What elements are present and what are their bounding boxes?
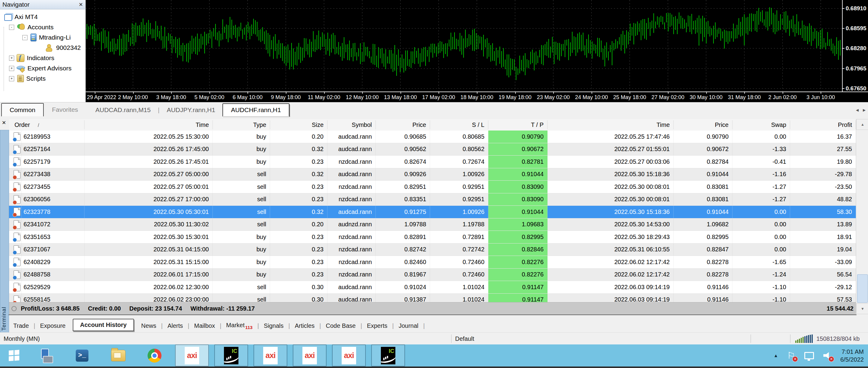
expand-expander-icon[interactable]: + <box>9 56 14 61</box>
chart-tab-audjpy-rann-h1[interactable]: AUDJPY.rann,H1 <box>159 106 222 114</box>
close-icon[interactable]: ✕ <box>2 120 6 126</box>
table-row-order-62273438[interactable]: 622734382022.05.27 05:00:00sell0.32audca… <box>9 168 856 181</box>
expand-expander-icon[interactable]: + <box>9 76 14 81</box>
terminal-tab-market[interactable]: Market113 <box>221 322 257 330</box>
column-header-size[interactable]: Size <box>270 120 328 129</box>
scroll-right-icon[interactable]: ▸ <box>863 107 866 113</box>
ic-logo-icon: IC <box>381 347 395 364</box>
navigator-tab-favorites[interactable]: Favorites <box>44 103 86 116</box>
column-header-time2[interactable]: Time <box>548 120 674 129</box>
scrollbar-thumb[interactable] <box>857 274 868 303</box>
taskbar-app-axi-5[interactable]: axi <box>332 344 366 367</box>
navigator-tab-common[interactable]: Common <box>1 103 44 116</box>
terminal-tab-exposure[interactable]: Exposure <box>35 322 71 329</box>
cell-icon <box>9 131 22 143</box>
taskbar-app-axi-1[interactable]: axi <box>175 344 209 367</box>
cell-profit: 27.55 <box>790 143 856 155</box>
scrollbar-down-icon[interactable]: ▼ <box>856 303 868 314</box>
volume-muted-icon[interactable]: ✕ <box>822 350 832 361</box>
table-row-order-62529529[interactable]: 625295292022.06.02 12:30:00sell0.30audca… <box>9 281 856 294</box>
cell-close-time: 2022.05.31 06:10:55 <box>548 244 674 256</box>
column-header-symbol[interactable]: Symbol <box>328 120 376 129</box>
taskbar-app-axi-4[interactable]: axi <box>293 344 327 367</box>
table-row-order-62341072[interactable]: 623410722022.05.30 11:30:02sell0.20audnz… <box>9 219 856 231</box>
network-icon[interactable] <box>804 350 814 361</box>
taskbar-item-file-explorer[interactable] <box>100 344 136 367</box>
column-header-sl[interactable]: S / L <box>430 120 488 129</box>
terminal-tab-trade[interactable]: Trade <box>8 322 34 329</box>
cell-open-time: 2022.05.31 15:15:00 <box>85 256 213 268</box>
terminal-tab-articles[interactable]: Articles <box>290 322 320 329</box>
cell-stop-loss: 1.19788 <box>430 219 488 231</box>
table-row-order-62189953[interactable]: 621899532022.05.25 15:30:00buy0.20audcad… <box>9 131 856 143</box>
column-header-type[interactable]: Type <box>213 120 270 129</box>
navigator-item-scripts[interactable]: +Scripts <box>0 74 85 84</box>
taskbar-item-chrome[interactable] <box>136 344 173 367</box>
terminal-tab-experts[interactable]: Experts <box>362 322 392 329</box>
column-header-order[interactable]: Order/ <box>9 120 85 129</box>
scroll-left-icon[interactable]: ◂ <box>856 107 859 113</box>
taskbar-clock[interactable]: 7:01 AM 6/5/2022 <box>840 348 864 364</box>
chart-tab-audchf-rann-h1[interactable]: AUDCHF.rann,H1 <box>222 103 289 117</box>
terminal-tab-news[interactable]: News <box>136 322 161 329</box>
cell-close-price: 0.83081 <box>674 181 733 193</box>
status-traffic-cell: 1508128/804 kb <box>790 335 868 343</box>
price-chart[interactable]: 0.689100.685950.682800.679650.67650 29 A… <box>86 0 868 102</box>
taskbar-item-powershell[interactable]: >_ <box>64 344 100 367</box>
taskbar-app-ic-2[interactable]: IC <box>214 344 248 367</box>
table-row-order-62351653[interactable]: 623516532022.05.30 15:30:01buy0.23nzdcad… <box>9 231 856 244</box>
summary-status-icon <box>11 306 17 311</box>
cell-type: buy <box>213 256 270 268</box>
chart-plot-canvas[interactable] <box>86 0 842 91</box>
column-header-price[interactable]: Price <box>376 120 430 129</box>
column-header-time[interactable]: Time <box>85 120 213 129</box>
collapse-expander-icon[interactable]: - <box>9 25 14 30</box>
vertical-scrollbar[interactable]: ▲ ▼ <box>856 119 868 314</box>
navigator-item-expert-advisors[interactable]: +Expert Advisors <box>0 63 85 74</box>
table-row-order-62323778[interactable]: 623237782022.05.30 05:30:01sell0.32audca… <box>9 206 856 219</box>
terminal-tab-account-history[interactable]: Account History <box>73 319 134 331</box>
table-row-order-62408229[interactable]: 624082292022.05.31 15:15:00buy0.23nzdcad… <box>9 256 856 268</box>
history-table-header[interactable]: Order/TimeTypeSizeSymbolPriceS / LT / PT… <box>9 119 856 131</box>
navigator-item-accounts[interactable]: -Accounts <box>0 22 85 32</box>
table-row-order-62371067[interactable]: 623710672022.05.31 04:15:00buy0.23nzdcad… <box>9 244 856 256</box>
terminal-tab-code-base[interactable]: Code Base <box>321 322 360 329</box>
taskbar-app-axi-3[interactable]: axi <box>253 344 287 367</box>
column-header-price2[interactable]: Price <box>674 120 733 129</box>
cell-open-price: 0.91275 <box>376 206 430 218</box>
tray-expand-icon[interactable]: ▲ <box>774 353 778 358</box>
close-icon[interactable]: ✕ <box>79 1 83 8</box>
navigator-item-mtrading-li[interactable]: -Mtrading-Li <box>0 32 85 43</box>
terminal-tab-signals[interactable]: Signals <box>259 322 288 329</box>
terminal-tab-alerts[interactable]: Alerts <box>163 322 188 329</box>
scrollbar-up-icon[interactable]: ▲ <box>856 119 868 130</box>
taskbar-item-setup-tool[interactable] <box>28 344 64 367</box>
accounts-icon <box>17 23 25 31</box>
terminal-tab-journal[interactable]: Journal <box>394 322 424 329</box>
table-row-order-62306056[interactable]: 623060562022.05.27 17:00:00sell0.23nzdca… <box>9 193 856 206</box>
navigator-tree: Axi MT4-Accounts-Mtrading-Li9002342+Indi… <box>0 9 85 84</box>
status-profile[interactable]: Default <box>452 335 751 343</box>
column-header-tp[interactable]: T / P <box>488 120 548 129</box>
table-row-order-62488758[interactable]: 624887582022.06.01 17:15:00buy0.23nzdcad… <box>9 268 856 281</box>
table-row-order-62273455[interactable]: 622734552022.05.27 05:00:01sell0.23nzdca… <box>9 181 856 193</box>
cell-size: 0.23 <box>270 193 328 206</box>
navigator-item-9002342[interactable]: 9002342 <box>0 43 85 53</box>
action-center-flag-icon[interactable]: ⚐ ✕ <box>786 350 796 361</box>
table-row-order-62257164[interactable]: 622571642022.05.26 17:45:00buy0.32audcad… <box>9 143 856 156</box>
navigator-item-axi-mt4[interactable]: Axi MT4 <box>0 12 85 22</box>
expand-expander-icon[interactable]: + <box>9 66 14 71</box>
column-header-swap[interactable]: Swap <box>733 120 790 129</box>
collapse-expander-icon[interactable]: - <box>22 35 28 40</box>
cell-swap: -1.24 <box>733 268 790 281</box>
terminal-tab-mailbox[interactable]: Mailbox <box>189 322 220 329</box>
taskbar-app-ic-6[interactable]: IC <box>371 344 405 367</box>
column-header-profit[interactable]: Profit <box>790 120 856 129</box>
cell-symbol: audcad.rann <box>328 206 376 218</box>
sell-order-icon <box>13 195 21 204</box>
table-row-order-62257179[interactable]: 622571792022.05.26 17:45:01buy0.23nzdcad… <box>9 155 856 168</box>
cell-type: sell <box>213 219 270 231</box>
navigator-item-indicators[interactable]: +Indicators <box>0 53 85 63</box>
chart-tab-audcad-rann-m15[interactable]: AUDCAD.rann,M15 <box>88 106 158 114</box>
start-button[interactable] <box>0 344 28 367</box>
